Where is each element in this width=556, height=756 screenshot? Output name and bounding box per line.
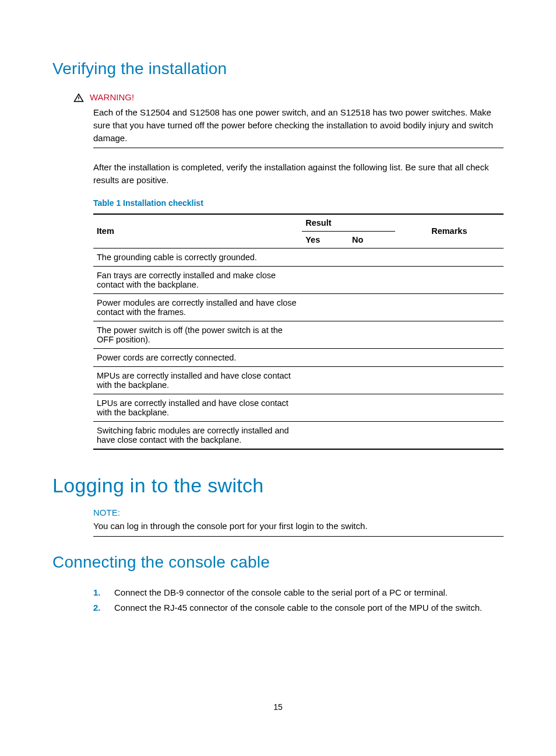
note-label: NOTE: — [93, 508, 504, 517]
list-item: Connect the DB-9 connector of the consol… — [93, 586, 504, 600]
item-cell: The grounding cable is correctly grounde… — [93, 248, 302, 266]
yes-cell — [302, 421, 349, 449]
yes-cell — [302, 366, 349, 394]
remarks-cell — [395, 293, 504, 321]
table-row: LPUs are correctly installed and have cl… — [93, 394, 504, 421]
no-cell — [349, 321, 395, 348]
table-row: The grounding cable is correctly grounde… — [93, 248, 504, 266]
table-row: MPUs are correctly installed and have cl… — [93, 366, 504, 394]
warning-icon — [73, 93, 84, 103]
remarks-cell — [395, 321, 504, 348]
no-cell — [349, 421, 395, 449]
item-cell: The power switch is off (the power switc… — [93, 321, 302, 348]
yes-cell — [302, 293, 349, 321]
item-cell: Switching fabric modules are correctly i… — [93, 421, 302, 449]
item-cell: Power modules are correctly installed an… — [93, 293, 302, 321]
table-row: Power cords are correctly connected. — [93, 348, 504, 366]
warning-block: WARNING! Each of the S12504 and S12508 h… — [93, 92, 504, 148]
no-cell — [349, 266, 395, 293]
item-cell: LPUs are correctly installed and have cl… — [93, 394, 302, 421]
th-yes: Yes — [302, 231, 349, 248]
remarks-cell — [395, 421, 504, 449]
intro-paragraph: After the installation is completed, ver… — [93, 161, 504, 187]
yes-cell — [302, 394, 349, 421]
item-cell: Fan trays are correctly installed and ma… — [93, 266, 302, 293]
no-cell — [349, 394, 395, 421]
list-item: Connect the RJ-45 connector of the conso… — [93, 601, 504, 615]
no-cell — [349, 366, 395, 394]
table-row: Switching fabric modules are correctly i… — [93, 421, 504, 449]
no-cell — [349, 293, 395, 321]
installation-checklist-table: Item Result Remarks Yes No The grounding… — [93, 214, 504, 450]
table-row: Fan trays are correctly installed and ma… — [93, 266, 504, 293]
remarks-cell — [395, 348, 504, 366]
item-cell: Power cords are correctly connected. — [93, 348, 302, 366]
page-number: 15 — [0, 702, 556, 712]
remarks-cell — [395, 366, 504, 394]
th-result: Result — [302, 214, 395, 232]
heading-connecting-cable: Connecting the console cable — [52, 553, 504, 572]
yes-cell — [302, 248, 349, 266]
th-item: Item — [93, 214, 302, 249]
steps-list: Connect the DB-9 connector of the consol… — [93, 586, 504, 615]
table-caption: Table 1 Installation checklist — [93, 198, 504, 208]
warning-text: Each of the S12504 and S12508 has one po… — [93, 106, 504, 144]
no-cell — [349, 248, 395, 266]
remarks-cell — [395, 248, 504, 266]
th-no: No — [349, 231, 395, 248]
th-remarks: Remarks — [395, 214, 504, 249]
no-cell — [349, 348, 395, 366]
note-text: You can log in through the console port … — [93, 520, 504, 533]
yes-cell — [302, 348, 349, 366]
item-cell: MPUs are correctly installed and have cl… — [93, 366, 302, 394]
table-row: The power switch is off (the power switc… — [93, 321, 504, 348]
warning-label: WARNING! — [90, 92, 134, 102]
table-row: Power modules are correctly installed an… — [93, 293, 504, 321]
heading-logging-in: Logging in to the switch — [52, 474, 504, 497]
remarks-cell — [395, 266, 504, 293]
heading-verifying-installation: Verifying the installation — [52, 60, 504, 78]
svg-point-1 — [78, 100, 79, 100]
yes-cell — [302, 321, 349, 348]
note-block: NOTE: You can log in through the console… — [93, 508, 504, 537]
remarks-cell — [395, 394, 504, 421]
yes-cell — [302, 266, 349, 293]
